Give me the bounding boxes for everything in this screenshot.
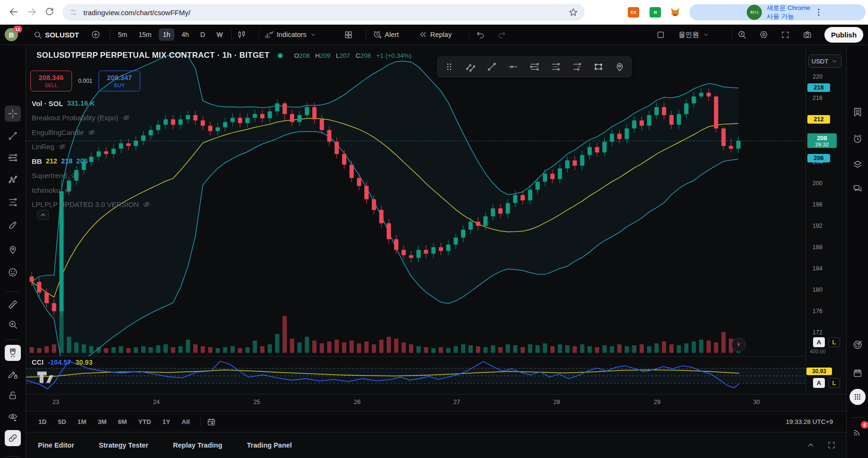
drawing-mode-icon[interactable] <box>5 366 21 382</box>
watchlist-icon[interactable] <box>850 104 866 120</box>
range-3M[interactable]: 3M <box>93 416 111 428</box>
fib-lines-icon[interactable] <box>5 194 21 210</box>
auto-scale-button[interactable]: A <box>813 337 825 347</box>
fullscreen-button[interactable] <box>781 25 790 45</box>
timeframe-15m[interactable]: 15m <box>134 28 155 41</box>
range-1M[interactable]: 1M <box>73 416 91 428</box>
parallel-lines-icon[interactable] <box>526 58 542 76</box>
chat-icon[interactable] <box>850 180 866 197</box>
xabcd-pattern-icon[interactable] <box>5 172 21 188</box>
eye-off-icon[interactable] <box>88 128 96 136</box>
currency-unit-button[interactable]: USDT <box>808 54 841 68</box>
timeframe-1h[interactable]: 1h <box>159 28 175 41</box>
forward-icon[interactable] <box>27 7 38 18</box>
range-6M[interactable]: 6M <box>113 416 132 428</box>
trend-line-icon[interactable] <box>5 128 21 144</box>
url-text[interactable]: tradingview.com/chart/csowFFMy/ <box>83 9 569 17</box>
profile-avatar[interactable]: 하다 <box>747 5 762 20</box>
panel-maximize-icon[interactable] <box>827 441 836 449</box>
eye-off-icon[interactable] <box>143 200 151 208</box>
settings-button[interactable] <box>759 25 769 45</box>
clock-label[interactable]: 19:33:28 UTC+9 <box>786 418 833 425</box>
eye-off-icon[interactable] <box>58 143 66 151</box>
layout-select-button[interactable] <box>656 25 665 45</box>
tab-trading-panel[interactable]: Trading Panel <box>247 441 292 449</box>
emoji-icon[interactable] <box>5 264 21 280</box>
n-extension-icon[interactable]: N <box>650 7 661 18</box>
address-bar[interactable]: tradingview.com/chart/csowFFMy/ <box>63 4 585 21</box>
replay-button[interactable]: Replay <box>419 25 452 45</box>
cci-chart-canvas[interactable] <box>26 356 805 394</box>
range-1Y[interactable]: 1Y <box>158 416 175 428</box>
floating-drawing-toolbar[interactable] <box>437 56 632 78</box>
legend-row[interactable]: Ichimoku <box>32 183 151 198</box>
rectangle-icon[interactable] <box>590 58 607 76</box>
redo-button[interactable] <box>497 25 506 45</box>
go-to-date-icon[interactable] <box>207 417 216 427</box>
reload-icon[interactable] <box>45 7 56 18</box>
timeframe-5m[interactable]: 5m <box>114 28 131 41</box>
pin-icon[interactable] <box>612 58 628 76</box>
buy-button[interactable]: 208.347 BUY <box>99 71 140 91</box>
compare-add-button[interactable] <box>91 25 100 45</box>
indicators-button[interactable]: Indicators <box>264 25 317 45</box>
range-YTD[interactable]: YTD <box>134 416 156 428</box>
layout-name-button[interactable]: 올인원 <box>678 25 710 45</box>
eye-off-icon[interactable] <box>71 171 79 180</box>
fib-retracement-icon[interactable] <box>548 58 564 76</box>
object-tree-icon[interactable] <box>850 156 866 172</box>
pin-icon[interactable] <box>5 242 21 258</box>
legend-collapse-button[interactable] <box>37 210 49 220</box>
chart-legend-header[interactable]: SOLUSDTPERP PERPETUAL MIX CONTRACT · 1h … <box>33 51 411 60</box>
trend-line-icon[interactable] <box>483 58 500 76</box>
log-scale-button[interactable]: L <box>828 378 840 388</box>
market-status-dot[interactable] <box>278 54 282 58</box>
back-icon[interactable] <box>9 7 20 18</box>
sync-link-icon[interactable] <box>5 430 21 446</box>
tab-replay-trading[interactable]: Replay Trading <box>173 441 222 449</box>
tab-pine-editor[interactable]: Pine Editor <box>38 441 74 449</box>
brush-icon[interactable] <box>5 217 21 233</box>
indicator-templates-button[interactable] <box>344 25 353 45</box>
streams-icon[interactable]: 6 <box>850 424 866 440</box>
timeframe-D[interactable]: D <box>196 28 209 41</box>
eye-off-icon[interactable] <box>122 114 130 122</box>
legend-row[interactable]: BB212218206 <box>32 154 151 169</box>
browser-menu-icon[interactable] <box>814 8 861 17</box>
horizontal-ray-icon[interactable] <box>505 58 521 76</box>
sell-button[interactable]: 208.346 SELL <box>30 71 72 91</box>
site-settings-icon[interactable] <box>69 8 78 17</box>
legend-row[interactable]: LinReg <box>32 140 151 154</box>
channel-icon[interactable] <box>462 58 479 76</box>
parallel-lines-icon[interactable] <box>5 150 21 166</box>
metamask-icon[interactable] <box>669 6 681 18</box>
ruler-icon[interactable] <box>5 296 21 313</box>
alerts-clock-icon[interactable] <box>850 131 866 147</box>
drag-handle-icon[interactable] <box>441 58 457 76</box>
magnet-icon[interactable] <box>5 345 21 361</box>
legend-row[interactable]: LPLPLP UPDATED 3.0 VERSION <box>32 198 151 212</box>
chrome-update-pill[interactable]: 새로운 Chrome 사용 가능 <box>689 4 866 20</box>
ai-spark-button[interactable] <box>732 338 746 352</box>
zoom-in-icon[interactable] <box>5 316 21 332</box>
panel-expand-icon[interactable] <box>806 441 815 449</box>
undo-button[interactable] <box>476 25 485 45</box>
log-scale-button[interactable]: L <box>828 337 840 347</box>
calendar-icon[interactable] <box>850 365 866 381</box>
publish-button[interactable]: Publish <box>824 27 863 43</box>
auto-scale-button[interactable]: A <box>813 378 825 388</box>
range-1D[interactable]: 1D <box>34 416 51 428</box>
ex-extension-icon[interactable]: EX <box>628 7 639 18</box>
time-axis[interactable]: 2324252627282930 <box>26 394 846 411</box>
bookmark-star-icon[interactable] <box>569 8 578 17</box>
quick-search-button[interactable] <box>737 25 747 45</box>
alert-button[interactable]: Alert <box>372 25 399 45</box>
symbol-search-button[interactable]: SOLUSDT <box>33 25 79 45</box>
range-5D[interactable]: 5D <box>53 416 71 428</box>
chart-pane[interactable]: SOLUSDTPERP PERPETUAL MIX CONTRACT · 1h … <box>26 45 805 394</box>
range-All[interactable]: All <box>177 416 194 428</box>
hide-drawings-icon[interactable] <box>5 409 21 425</box>
timeframe-4h[interactable]: 4h <box>177 28 193 41</box>
cci-legend[interactable]: CCI -104.57 30.93 <box>32 359 92 366</box>
chevron-down-icon[interactable] <box>216 31 224 38</box>
